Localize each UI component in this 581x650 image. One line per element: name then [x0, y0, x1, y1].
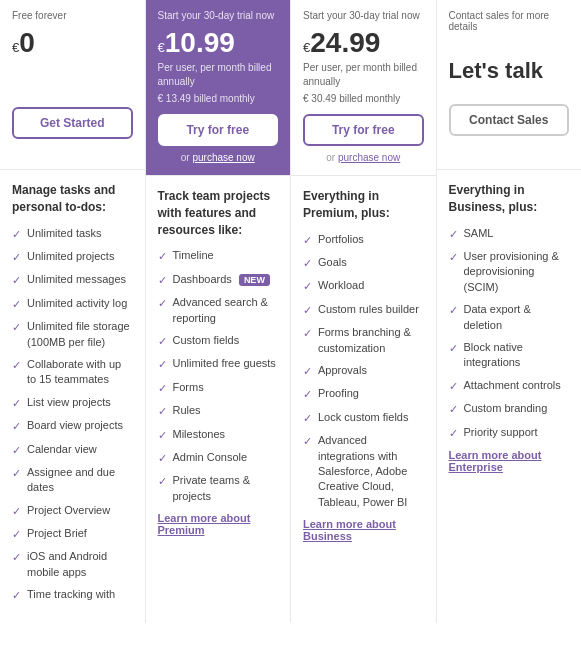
- enterprise-features-section: Everything in Business, plus: ✓SAML ✓Use…: [437, 170, 582, 485]
- check-icon: ✓: [449, 227, 458, 242]
- free-features-section: Manage tasks and personal to-dos: ✓Unlim…: [0, 170, 145, 623]
- premium-features-section: Track team projects with features and re…: [146, 176, 291, 548]
- pricing-table: Free forever € 0 Get Started Manage task…: [0, 0, 581, 623]
- list-item: ✓Block native integrations: [449, 340, 570, 371]
- list-item: ✓Time tracking with: [12, 587, 133, 603]
- list-item: ✓Portfolios: [303, 232, 424, 248]
- list-item: ✓User provisioning & deprovisioning (SCI…: [449, 249, 570, 295]
- list-item: ✓Board view projects: [12, 418, 133, 434]
- business-column: Start your 30-day trial now € 24.99 Per …: [291, 0, 437, 623]
- check-icon: ✓: [12, 466, 21, 481]
- business-purchase-link[interactable]: purchase now: [338, 152, 400, 163]
- check-icon: ✓: [12, 443, 21, 458]
- check-icon: ✓: [12, 320, 21, 335]
- list-item: ✓Custom fields: [158, 333, 279, 349]
- list-item: ✓Milestones: [158, 427, 279, 443]
- list-item: ✓Dashboards NEW: [158, 272, 279, 288]
- check-icon: ✓: [12, 273, 21, 288]
- list-item: ✓Collaborate with up to 15 teammates: [12, 357, 133, 388]
- list-item: ✓Data export & deletion: [449, 302, 570, 333]
- premium-learn-more-link[interactable]: Learn more about Premium: [158, 512, 279, 536]
- check-icon: ✓: [449, 379, 458, 394]
- contact-sales-button[interactable]: Contact Sales: [449, 104, 570, 136]
- list-item: ✓Lock custom fields: [303, 410, 424, 426]
- business-learn-more-link[interactable]: Learn more about Business: [303, 518, 424, 542]
- enterprise-learn-more-link[interactable]: Learn more about Enterprise: [449, 449, 570, 473]
- premium-trial-label: Start your 30-day trial now: [158, 10, 279, 21]
- list-item: ✓Unlimited messages: [12, 272, 133, 288]
- check-icon: ✓: [303, 326, 312, 341]
- check-icon: ✓: [158, 474, 167, 489]
- free-price: 0: [19, 27, 35, 59]
- list-item: ✓iOS and Android mobile apps: [12, 549, 133, 580]
- get-started-button[interactable]: Get Started: [12, 107, 133, 139]
- premium-price-row: € 10.99: [158, 27, 279, 59]
- premium-purchase-link[interactable]: purchase now: [192, 152, 254, 163]
- check-icon: ✓: [449, 341, 458, 356]
- list-item: ✓Advanced search & reporting: [158, 295, 279, 326]
- free-section-title: Manage tasks and personal to-dos:: [12, 182, 133, 216]
- check-icon: ✓: [12, 358, 21, 373]
- check-icon: ✓: [449, 250, 458, 265]
- free-feature-list: ✓Unlimited tasks ✓Unlimited projects ✓Un…: [12, 226, 133, 604]
- enterprise-trial-label: Contact sales for more details: [449, 10, 570, 32]
- check-icon: ✓: [158, 357, 167, 372]
- check-icon: ✓: [158, 381, 167, 396]
- enterprise-header: Contact sales for more details Let's tal…: [437, 0, 582, 170]
- enterprise-column: Contact sales for more details Let's tal…: [437, 0, 582, 623]
- check-icon: ✓: [449, 402, 458, 417]
- premium-try-button[interactable]: Try for free: [158, 114, 279, 146]
- list-item: ✓Unlimited activity log: [12, 296, 133, 312]
- list-item: ✓Custom branding: [449, 401, 570, 417]
- free-currency: €: [12, 40, 19, 55]
- list-item: ✓Unlimited file storage (100MB per file): [12, 319, 133, 350]
- check-icon: ✓: [12, 396, 21, 411]
- check-icon: ✓: [12, 250, 21, 265]
- business-billing-monthly: € 30.49 billed monthly: [303, 93, 424, 104]
- check-icon: ✓: [449, 303, 458, 318]
- list-item: ✓Custom rules builder: [303, 302, 424, 318]
- check-icon: ✓: [12, 227, 21, 242]
- check-icon: ✓: [303, 411, 312, 426]
- list-item: ✓Unlimited projects: [12, 249, 133, 265]
- list-item: ✓Approvals: [303, 363, 424, 379]
- list-item: ✓Rules: [158, 403, 279, 419]
- list-item: ✓Attachment controls: [449, 378, 570, 394]
- premium-or-row: or purchase now: [158, 152, 279, 163]
- premium-billing-info: Per user, per month billed annually: [158, 61, 279, 89]
- list-item: ✓SAML: [449, 226, 570, 242]
- list-item: ✓Priority support: [449, 425, 570, 441]
- check-icon: ✓: [303, 233, 312, 248]
- lets-talk-text: Let's talk: [449, 58, 570, 84]
- business-feature-list: ✓Portfolios ✓Goals ✓Workload ✓Custom rul…: [303, 232, 424, 510]
- premium-column: Start your 30-day trial now € 10.99 Per …: [146, 0, 292, 623]
- list-item: ✓Assignee and due dates: [12, 465, 133, 496]
- business-trial-label: Start your 30-day trial now: [303, 10, 424, 21]
- check-icon: ✓: [303, 387, 312, 402]
- list-item: ✓Project Brief: [12, 526, 133, 542]
- business-section-title: Everything in Premium, plus:: [303, 188, 424, 222]
- free-price-row: € 0: [12, 27, 133, 59]
- premium-header: Start your 30-day trial now € 10.99 Per …: [146, 0, 291, 176]
- business-price: 24.99: [310, 27, 380, 59]
- list-item: ✓Workload: [303, 278, 424, 294]
- check-icon: ✓: [303, 434, 312, 449]
- business-price-row: € 24.99: [303, 27, 424, 59]
- business-or-row: or purchase now: [303, 152, 424, 163]
- business-try-button[interactable]: Try for free: [303, 114, 424, 146]
- check-icon: ✓: [158, 334, 167, 349]
- free-column: Free forever € 0 Get Started Manage task…: [0, 0, 146, 623]
- check-icon: ✓: [158, 296, 167, 311]
- list-item: ✓Private teams & projects: [158, 473, 279, 504]
- list-item: ✓List view projects: [12, 395, 133, 411]
- check-icon: ✓: [303, 303, 312, 318]
- enterprise-feature-list: ✓SAML ✓User provisioning & deprovisionin…: [449, 226, 570, 441]
- check-icon: ✓: [12, 550, 21, 565]
- check-icon: ✓: [303, 256, 312, 271]
- check-icon: ✓: [303, 364, 312, 379]
- list-item: ✓Admin Console: [158, 450, 279, 466]
- new-badge: NEW: [239, 274, 270, 286]
- list-item: ✓Unlimited free guests: [158, 356, 279, 372]
- list-item: ✓Unlimited tasks: [12, 226, 133, 242]
- check-icon: ✓: [12, 527, 21, 542]
